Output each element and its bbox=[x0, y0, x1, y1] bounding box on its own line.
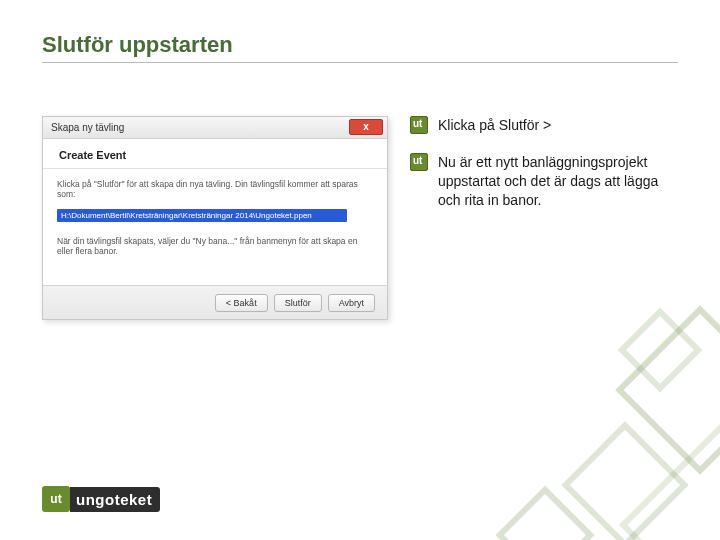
title-divider bbox=[42, 62, 678, 63]
cancel-button[interactable]: Avbryt bbox=[328, 294, 375, 312]
list-item: Nu är ett nytt banläggningsprojekt uppst… bbox=[410, 153, 672, 210]
bullet-text: Nu är ett nytt banläggningsprojekt uppst… bbox=[438, 153, 672, 210]
list-item: Klicka på Slutför > bbox=[410, 116, 672, 135]
dialog-titlebar: Skapa ny tävling x bbox=[43, 117, 387, 139]
brand-bullet-icon bbox=[410, 116, 428, 134]
dialog-instruction: Klicka på "Slutför" för att skapa din ny… bbox=[57, 179, 373, 199]
logo-text: ungoteket bbox=[70, 487, 160, 512]
back-button[interactable]: < Bakåt bbox=[215, 294, 268, 312]
dialog-after-text: När din tävlingsfil skapats, väljer du "… bbox=[57, 236, 373, 256]
dialog-header: Create Event bbox=[43, 139, 387, 169]
bullet-list: Klicka på Slutför > Nu är ett nytt banlä… bbox=[410, 116, 672, 228]
dialog-body: Klicka på "Slutför" för att skapa din ny… bbox=[43, 169, 387, 266]
dialog-title: Skapa ny tävling bbox=[51, 122, 124, 133]
slide: Slutför uppstarten Skapa ny tävling x Cr… bbox=[0, 0, 720, 540]
dialog-footer: < Bakåt Slutför Avbryt bbox=[43, 285, 387, 319]
logo-badge: ut bbox=[42, 486, 70, 512]
brand-bullet-icon bbox=[410, 153, 428, 171]
dialog-filepath[interactable]: H:\Dokument\Bertil\Kretsträningar\Kretst… bbox=[57, 209, 347, 222]
finish-button[interactable]: Slutför bbox=[274, 294, 322, 312]
bullet-text: Klicka på Slutför > bbox=[438, 116, 551, 135]
close-icon[interactable]: x bbox=[349, 119, 383, 135]
decorative-pattern bbox=[460, 300, 720, 540]
brand-logo: ut ungoteket bbox=[42, 486, 160, 512]
page-title: Slutför uppstarten bbox=[42, 32, 233, 58]
dialog-screenshot: Skapa ny tävling x Create Event Klicka p… bbox=[42, 116, 388, 320]
